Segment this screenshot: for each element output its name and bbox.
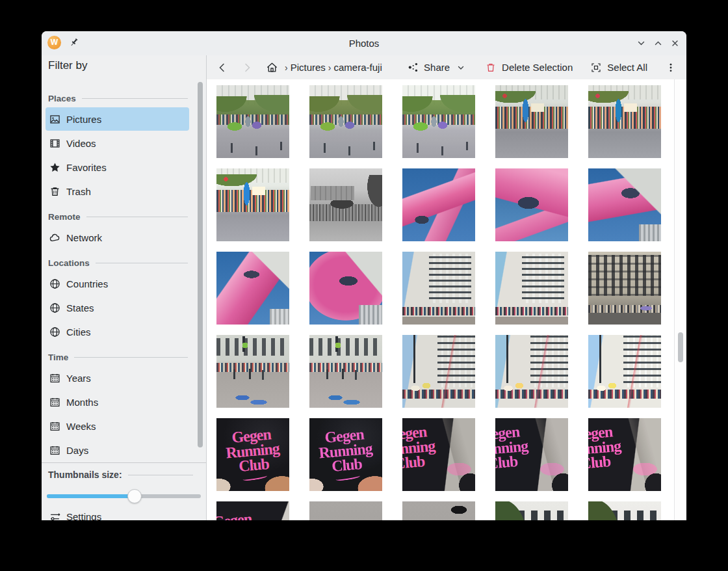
maximize-icon[interactable] [653,38,663,49]
photo-thumbnail[interactable] [588,335,661,408]
share-button[interactable]: Share [406,61,467,74]
trash-icon [49,186,60,197]
photo-grid: GegenRunningClubGegenRunningClubGegenRun… [216,85,661,520]
calendar-icon [49,373,60,384]
photo-thumbnail[interactable] [309,335,382,408]
photo-grid-area: GegenRunningClubGegenRunningClubGegenRun… [207,79,686,520]
photo-thumbnail[interactable] [309,252,382,325]
photo-thumbnail[interactable]: GegenRunningClub [216,501,289,520]
slider-handle[interactable] [127,489,142,503]
minimize-icon[interactable] [636,38,646,49]
shirt-lettering: GegenRunningClub [309,425,382,483]
forward-button[interactable] [240,61,254,74]
sidebar-section-header: Places [48,90,200,106]
sidebar-item-label: Weeks [66,421,96,432]
photo-thumbnail[interactable] [495,85,568,158]
close-icon[interactable] [670,38,680,49]
photo-thumbnail[interactable] [402,501,475,520]
photo-thumbnail[interactable] [588,501,661,520]
breadcrumb-pictures[interactable]: Pictures [291,62,326,73]
sidebar-section-title: Remote [48,212,81,222]
settings-label: Settings [66,511,101,521]
shirt-lettering: GegenRunningClub [216,425,289,483]
sidebar-item-countries[interactable]: Countries [46,272,189,295]
photo-thumbnail[interactable] [495,252,568,325]
photo-thumbnail[interactable] [216,168,289,241]
home-button[interactable] [265,61,278,74]
sidebar-item-network[interactable]: Network [46,226,189,249]
video-icon [49,138,60,149]
delete-selection-button[interactable]: Delete Selection [484,61,573,74]
photo-thumbnail[interactable] [402,168,475,241]
sidebar-item-weeks[interactable]: Weeks [46,414,189,438]
sidebar-item-label: Years [66,373,91,384]
sidebar-item-label: Pictures [66,114,101,125]
sidebar-item-label: Cities [66,326,91,338]
photo-thumbnail[interactable] [495,335,568,408]
sidebar-section-header: Remote [48,209,200,224]
delete-icon [484,61,497,74]
image-icon [49,114,60,125]
photo-thumbnail[interactable]: GegenRunningClub [402,418,475,491]
photo-thumbnail[interactable]: GegenRunningClub [309,418,382,491]
sidebar-item-label: Network [66,232,102,243]
titlebar[interactable]: W Photos [42,31,686,55]
sidebar-item-pictures[interactable]: Pictures [46,107,189,131]
sidebar-list: PlacesPicturesVideosFavoritesTrashRemote… [42,79,206,463]
sidebar-item-months[interactable]: Months [46,390,189,414]
filter-by-title: Filter by [48,59,87,72]
share-icon [406,61,419,74]
settings-button[interactable]: Settings [49,509,200,520]
sidebar-section-header: Locations [48,255,200,271]
main-scrollbar-track[interactable] [674,79,686,520]
breadcrumb-camera-fuji[interactable]: camera-fuji [334,62,382,73]
photo-thumbnail[interactable] [588,252,661,325]
select-all-button[interactable]: Select All [590,61,647,74]
globe-icon [49,326,60,338]
main-scrollbar-handle[interactable] [678,332,683,362]
photo-thumbnail[interactable]: GegenRunningClub [216,418,289,491]
share-dropdown-icon [454,61,467,74]
select-all-label: Select All [607,62,647,73]
delete-selection-label: Delete Selection [502,62,573,73]
sidebar-item-days[interactable]: Days [46,438,189,462]
sidebar-item-trash[interactable]: Trash [46,179,189,203]
photo-thumbnail[interactable] [402,85,475,158]
thumbnails-size-slider[interactable] [47,489,201,503]
settings-icon [49,511,60,521]
photo-thumbnail[interactable]: GegenRunningClub [588,418,661,491]
photo-thumbnail[interactable] [495,168,568,241]
photo-thumbnail[interactable] [216,85,289,158]
sidebar-item-states[interactable]: States [46,296,189,319]
shirt-signature [242,473,268,482]
sidebar-item-label: States [66,302,94,313]
photo-thumbnail[interactable] [495,501,568,520]
sidebar-item-years[interactable]: Years [46,366,189,390]
rule [82,98,188,99]
sidebar-bottom-panel: Thumbnails size: Settings [42,462,206,520]
globe-icon [49,302,60,313]
sidebar-scrollbar[interactable] [198,82,203,447]
select-all-icon [590,61,603,74]
back-button[interactable] [216,61,229,74]
overflow-menu-button[interactable] [664,61,677,74]
photo-thumbnail[interactable] [402,252,475,325]
photo-thumbnail[interactable] [216,252,289,325]
photo-thumbnail[interactable] [309,168,382,241]
sidebar-item-favorites[interactable]: Favorites [46,155,189,179]
breadcrumb-chevron-icon: › [328,62,332,73]
sidebar-section-title: Locations [48,258,90,268]
photo-thumbnail[interactable] [588,85,661,158]
photo-thumbnail[interactable] [309,501,382,520]
photo-thumbnail[interactable]: GegenRunningClub [495,418,568,491]
photo-thumbnail[interactable] [402,335,475,408]
shirt-lettering: GegenRunningClub [402,423,447,473]
sidebar-item-label: Videos [66,138,96,149]
shirt-lettering: GegenRunningClub [588,423,632,473]
photo-thumbnail[interactable] [216,335,289,408]
sidebar-item-cities[interactable]: Cities [46,320,189,343]
photo-thumbnail[interactable] [588,168,661,241]
photo-thumbnail[interactable] [309,85,382,158]
sidebar-section-header: Time [48,349,200,365]
sidebar-item-videos[interactable]: Videos [46,131,189,155]
